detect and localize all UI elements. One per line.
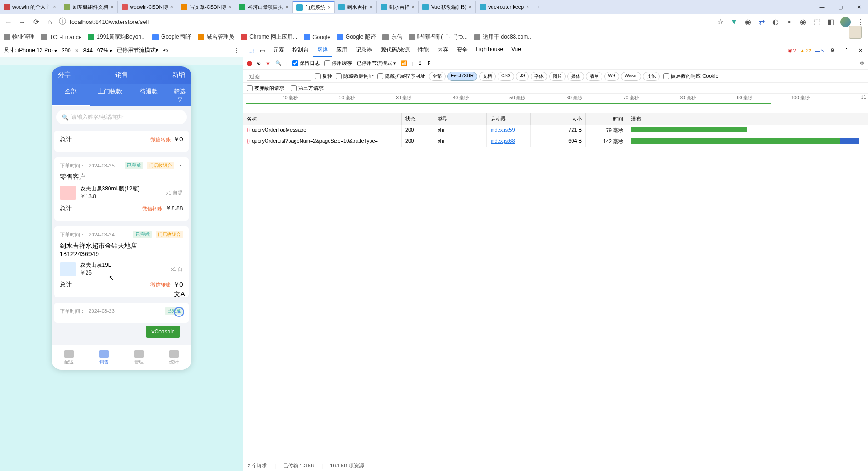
devtools-menu-button[interactable]: ⋮ (841, 47, 852, 53)
nav-delivery[interactable]: 配送 (52, 345, 87, 370)
wifi-icon[interactable]: 📶 (401, 60, 407, 66)
col-name[interactable]: 名称 (243, 113, 402, 125)
close-icon[interactable]: × (526, 4, 529, 10)
devtools-tab[interactable]: 网络 (313, 44, 332, 57)
device-height-input[interactable]: 844 (83, 47, 93, 54)
bookmark-item[interactable]: 东信 (382, 33, 402, 41)
close-icon[interactable]: × (412, 4, 415, 10)
bookmark-item[interactable]: 域名管理员 (198, 33, 234, 41)
browser-tab[interactable]: Vue 移动端(H5)× (419, 1, 476, 13)
address-bar[interactable]: ⓘ localhost:8410/waterstore/sell (59, 17, 712, 27)
browser-tab[interactable]: 到水吉祥× (377, 1, 419, 13)
rotate-button[interactable]: ⟲ (163, 47, 168, 54)
tab-door-collect[interactable]: 上门收款 (90, 84, 129, 106)
vconsole-button[interactable]: vConsole (146, 326, 180, 338)
type-filter-chip[interactable]: 媒体 (567, 72, 584, 81)
blocked-req-checkbox[interactable]: 被屏蔽的请求 (247, 85, 284, 92)
col-initiator[interactable]: 启动器 (487, 113, 531, 125)
type-filter-chip[interactable]: 全部 (429, 72, 446, 81)
type-filter-chip[interactable]: CSS (498, 72, 515, 81)
request-row[interactable]: {}queryOrderList?pageNum=2&pageSize=10&t… (243, 136, 868, 147)
chrome-menu-button[interactable]: ⋮ (856, 18, 864, 26)
throttle-selector[interactable]: 已停用节流模式 ▾ (357, 60, 396, 67)
browser-tab[interactable]: 门店系统× (293, 1, 335, 13)
extensions-button[interactable]: ⬚ (813, 18, 821, 26)
bookmark-item[interactable]: Google (304, 33, 330, 41)
browser-tab[interactable]: 写文章-CSDN博× (177, 1, 235, 13)
type-filter-chip[interactable]: 其他 (643, 72, 660, 81)
nav-stats[interactable]: 统计 (156, 345, 191, 370)
device-width-input[interactable]: 390 (62, 47, 71, 54)
type-filter-chip[interactable]: 文档 (479, 72, 496, 81)
bookmark-item[interactable]: TCL-Finance (41, 33, 81, 41)
devtools-tab[interactable]: 源代码/来源 (376, 44, 414, 57)
initiator-link[interactable]: index.js:59 (491, 127, 515, 132)
devtools-tab[interactable]: 应用 (332, 44, 352, 57)
header-share-button[interactable]: 分享 (58, 71, 71, 79)
zoom-selector[interactable]: 97% ▾ (97, 47, 112, 54)
third-party-checkbox[interactable]: 第三方请求 (291, 85, 324, 92)
bookmark-item[interactable]: 1991黃家駒Beyon... (88, 33, 146, 41)
hide-ext-checkbox[interactable]: 隐藏扩展程序网址 (377, 73, 425, 80)
network-timeline[interactable]: 10 毫秒20 毫秒30 毫秒40 毫秒50 毫秒60 毫秒70 毫秒80 毫秒… (243, 94, 868, 113)
extension-popup[interactable] (849, 26, 862, 39)
close-icon[interactable]: × (469, 4, 472, 10)
browser-tab[interactable]: wocwin-CSDN博× (118, 1, 177, 13)
devtools-tab[interactable]: 安全 (452, 44, 472, 57)
invert-checkbox[interactable]: 反转 (315, 73, 332, 80)
download-icon[interactable]: ↧ (427, 60, 431, 66)
devtools-tab[interactable]: 记录器 (352, 44, 376, 57)
extension-icon[interactable]: ⇄ (758, 18, 766, 26)
device-selector[interactable]: 尺寸: iPhone 12 Pro▾ (4, 46, 57, 54)
extension-icon[interactable]: ◐ (771, 18, 780, 26)
error-badge[interactable]: ◉ 2 (788, 47, 796, 53)
blocked-cookie-checkbox[interactable]: 被屏蔽的响应 Cookie (663, 73, 718, 80)
search-input[interactable]: 🔍 请输入姓名/电话/地址 (56, 110, 187, 124)
extension-icon[interactable]: ◉ (744, 18, 752, 26)
devtools-tab[interactable]: Vue (507, 44, 525, 57)
order-card[interactable]: 总计 微信转账 ￥0 (54, 131, 189, 152)
side-panel-button[interactable]: ◧ (827, 18, 835, 26)
close-icon[interactable]: × (228, 4, 231, 10)
translate-icon[interactable]: 文A (174, 290, 185, 299)
bookmark-item[interactable]: 哔嘀哔嘀 (゜-゜)つ... (409, 33, 468, 41)
bookmark-item[interactable]: Google 翻译 (337, 33, 376, 41)
info-badge[interactable]: ▬ 5 (815, 48, 824, 53)
devtools-tab[interactable]: 元素 (269, 44, 288, 57)
initiator-link[interactable]: index.js:68 (491, 138, 515, 144)
float-bubble[interactable]: •• (174, 307, 184, 317)
col-time[interactable]: 时间 (586, 113, 627, 125)
col-size[interactable]: 大小 (531, 113, 586, 125)
devtools-tab[interactable]: 内存 (433, 44, 452, 57)
type-filter-chip[interactable]: 字体 (531, 72, 547, 81)
reload-button[interactable]: ⟳ (31, 17, 41, 26)
close-icon[interactable]: × (110, 4, 113, 10)
col-waterfall[interactable]: 瀑布 (627, 113, 868, 125)
device-toggle-icon[interactable]: ▭ (257, 47, 268, 54)
maximize-button[interactable]: ▢ (831, 4, 850, 10)
browser-tab[interactable]: wocwin 的个人主× (0, 1, 60, 13)
preserve-log-checkbox[interactable]: 保留日志 (292, 60, 320, 67)
browser-tab[interactable]: vue-router keep× (476, 1, 533, 13)
nav-sales[interactable]: 销售 (87, 345, 122, 370)
forward-button[interactable]: → (17, 18, 27, 26)
devtools-tab[interactable]: 控制台 (288, 44, 313, 57)
search-icon[interactable]: 🔍 (275, 60, 282, 66)
browser-tab[interactable]: 到水吉祥× (335, 1, 376, 13)
type-filter-chip[interactable]: Wasm (621, 72, 641, 81)
order-card[interactable]: 下单时间： 2024-03-23 已完成 (54, 303, 189, 323)
disable-cache-checkbox[interactable]: 停用缓存 (324, 60, 352, 67)
network-settings-icon[interactable]: ⚙ (860, 60, 864, 66)
close-icon[interactable]: × (53, 4, 56, 10)
order-card[interactable]: 下单时间： 2024-03-24 已完成 门店收银台 到水吉祥水超市金铂天地店 … (54, 226, 189, 297)
order-card[interactable]: 下单时间： 2024-03-25 已完成 门店收银台 ⋮ 零售客户 (54, 157, 189, 221)
new-tab-button[interactable]: + (533, 4, 544, 10)
upload-icon[interactable]: ↥ (418, 60, 422, 66)
hide-data-checkbox[interactable]: 隐藏数据网址 (336, 73, 374, 80)
browser-tab[interactable]: tui基础组件文档× (60, 1, 118, 13)
bookmark-item[interactable]: 适用于 doc88.com... (474, 33, 532, 41)
profile-avatar[interactable] (840, 17, 851, 27)
record-button[interactable] (247, 61, 252, 66)
col-status[interactable]: 状态 (402, 113, 434, 125)
filter-input[interactable] (247, 72, 311, 81)
